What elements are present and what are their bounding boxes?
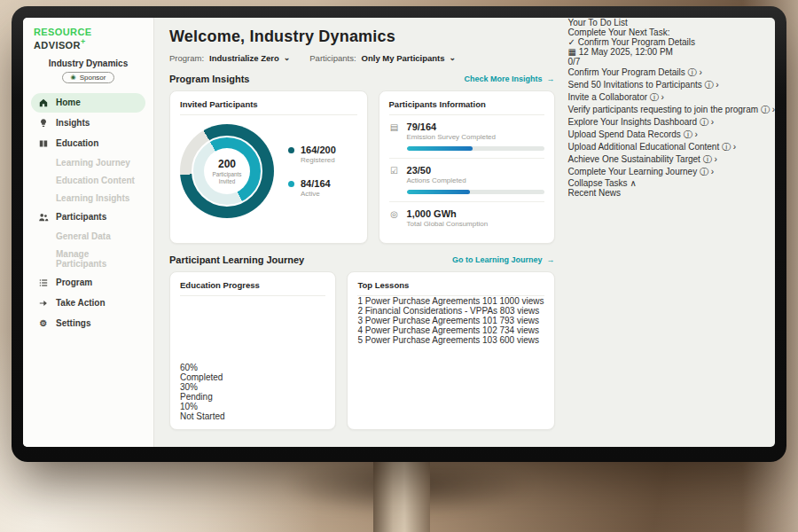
insights-cards-row: Invited Participants 200 Participants In… [169,90,555,244]
page-title: Welcome, Industry Dynamics [169,27,555,46]
info-icon: ⓘ [650,92,659,102]
chevron-right-icon[interactable]: › [772,105,775,114]
progress-bar [407,146,544,151]
sidebar-item-education[interactable]: Education [31,134,145,153]
task-row-complete-learning-journey[interactable]: Complete Your Learning Journey ⓘ › [568,166,775,178]
progress-bar [407,190,544,194]
lesson-row: 1 Power Purchase Agreements 101 1000 vie… [357,296,544,306]
sidebar-item-insights[interactable]: Insights [31,113,145,133]
list-icon [38,278,49,288]
sidebar-item-label: Program [56,278,92,287]
participants-filter[interactable]: Participants: Only My Participants⌄ [309,53,456,63]
next-task-pill[interactable]: ✓ Confirm Your Program Details [568,37,775,47]
chevron-right-icon[interactable]: › [711,117,714,127]
gear-icon: ⚙ [38,318,49,329]
program-filter[interactable]: Program: Industrialize Zero⌄ [169,53,290,63]
organization-block: Industry Dynamics ◉ Sponsor [31,59,145,83]
recent-news-header: Recent News [568,188,775,198]
dashboard-screen: RESOURCE ADVISOR+ Industry Dynamics ◉ Sp… [23,18,775,447]
check-more-insights-link[interactable]: Check More Insights → [465,74,555,83]
go-to-learning-journey-link[interactable]: Go to Learning Journey → [452,255,555,264]
card-title: Invited Participants [180,99,357,115]
lesson-link[interactable]: Power Purchase Agreements 101 [365,316,497,325]
sidebar-item-label: Learning Journey [56,158,130,168]
legend-item-active: 84/164 Active [288,178,336,198]
sidebar-item-learning-journey[interactable]: Learning Journey [31,154,145,171]
learning-cards-row: Education Progress 150 Participants [169,271,555,430]
sidebar-item-settings[interactable]: ⚙ Settings [31,314,145,333]
action-arrow-icon [38,298,49,309]
top-lessons-card: Top Lessons 1 Power Purchase Agreements … [347,271,554,430]
sidebar-item-general-data[interactable]: General Data [31,228,145,245]
invited-donut-chart: 200 Participants Invited [180,124,274,218]
lesson-link[interactable]: Financial Considerations - VPPAs [365,306,497,316]
card-title: Top Lessons [357,280,544,296]
sidebar: RESOURCE ADVISOR+ Industry Dynamics ◉ Sp… [23,18,154,447]
lesson-link[interactable]: Power Purchase Agreements 102 [365,325,497,335]
info-row-actions-completed: ☑ 23/50 Actions Completed [389,159,544,202]
sidebar-item-label: Settings [56,318,90,328]
sidebar-item-manage-participants[interactable]: Manage Participants [31,246,145,272]
sponsor-icon: ◉ [71,74,76,81]
monitor-stand [373,461,430,532]
main-content: Welcome, Industry Dynamics Program: Indu… [154,18,568,447]
donut-legend: 164/200 Registered 84/164 Active [288,145,336,198]
collapse-tasks-link[interactable]: Collapse Tasks ∧ [568,178,775,188]
check-icon: ✓ [568,37,575,47]
todo-progress-value: 0/7 [568,57,775,66]
chevron-right-icon[interactable]: › [711,167,714,176]
sidebar-item-take-action[interactable]: Take Action [31,293,145,313]
task-row-upload-educational-content[interactable]: Upload Additional Educational Content ⓘ … [568,141,775,153]
todo-summary-card: Your To Do List Complete Your Next Task:… [568,18,775,66]
task-row-send-invitations[interactable]: Send 50 Invitations to Participants ⓘ › [568,79,775,91]
sidebar-item-label: Education [56,138,98,148]
sidebar-item-label: Take Action [56,298,106,308]
info-icon: ⓘ [700,167,708,176]
calendar-icon: ▦ [568,47,576,57]
task-row-confirm-program[interactable]: Confirm Your Program Details ⓘ › [568,66,775,79]
sidebar-item-learning-insights[interactable]: Learning Insights [31,190,145,207]
task-row-achieve-target[interactable]: Achieve One Sustainability Target ⓘ › [568,153,775,166]
legend-item-pending: 30% Pending [180,382,325,402]
education-gauge-chart: 150 Participants [195,305,310,363]
chevron-right-icon[interactable]: › [714,154,716,164]
task-row-upload-spend-data[interactable]: Upload Spend Data Records ⓘ › [568,129,775,141]
sidebar-item-program[interactable]: Program [31,273,145,293]
chevron-right-icon[interactable]: › [733,142,736,152]
lesson-row: 2 Financial Considerations - VPPAs 803 v… [357,306,544,316]
chevron-right-icon[interactable]: › [694,129,697,139]
chevron-right-icon[interactable]: › [699,67,701,77]
sponsor-badge-label: Sponsor [80,74,106,82]
logo-primary: RESOURCE [34,27,92,37]
task-row-invite-collaborator[interactable]: Invite a Collaborator ⓘ › [568,91,775,104]
lesson-link[interactable]: Power Purchase Agreements 103 [365,335,497,345]
lesson-row: 3 Power Purchase Agreements 101 793 view… [357,316,544,325]
invited-participants-card: Invited Participants 200 Participants In… [169,90,368,244]
lesson-link[interactable]: Power Purchase Agreements 101 [365,296,497,306]
participants-information-card: Participants Information ▤ 79/164 Emissi… [379,90,555,244]
home-icon [38,98,49,108]
logo-secondary: ADVISOR [34,40,81,51]
pin-icon: ◎ [389,209,400,219]
participants-filter-label: Participants: [309,53,356,63]
chevron-right-icon[interactable]: › [716,80,718,90]
clipboard-icon: ▤ [389,122,400,132]
participants-filter-value: Only My Participants [362,53,445,63]
info-icon: ⓘ [703,154,712,164]
donut-center-label: Participants Invited [207,171,246,184]
legend-item-not-started: 10% Not Started [180,402,325,421]
sidebar-item-education-content[interactable]: Education Content [31,172,145,189]
program-insights-header: Program Insights Check More Insights → [169,74,555,84]
sidebar-item-label: Manage Participants [56,249,138,269]
info-row-emission-survey: ▤ 79/164 Emission Survey Completed [389,115,544,159]
section-title: Participant Learning Journey [169,254,304,265]
sidebar-nav: Home Insights Education Learning Journey [31,93,145,333]
sidebar-item-participants[interactable]: Participants [31,207,145,227]
chevron-right-icon[interactable]: › [661,92,664,102]
sidebar-item-label: Participants [56,212,106,222]
gauge-legend: 60% Completed 30% Pending [180,363,325,421]
task-row-explore-insights[interactable]: Explore Your Insights Dashboard ⓘ › [568,116,775,129]
sidebar-item-home[interactable]: Home [31,93,145,113]
sidebar-item-label: Insights [56,118,90,128]
task-row-verify-participants[interactable]: Verify participants requesting to join t… [568,104,775,116]
